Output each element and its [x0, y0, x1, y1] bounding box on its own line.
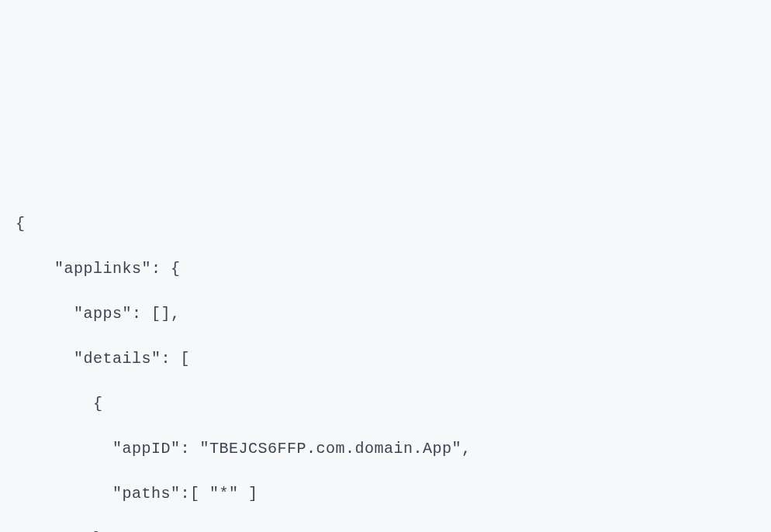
- code-block: { "applinks": { "apps": [], "details": […: [16, 202, 755, 532]
- code-line: {: [16, 382, 755, 427]
- code-line: "appID": "TBEJCS6FFP.com.domain.App",: [16, 427, 755, 472]
- code-line: "paths":[ "*" ]: [16, 472, 755, 516]
- code-line: "apps": [],: [16, 292, 755, 337]
- code-line: {: [16, 202, 755, 247]
- code-line: "details": [: [16, 337, 755, 382]
- code-line: "applinks": {: [16, 247, 755, 292]
- code-line: }: [16, 516, 755, 532]
